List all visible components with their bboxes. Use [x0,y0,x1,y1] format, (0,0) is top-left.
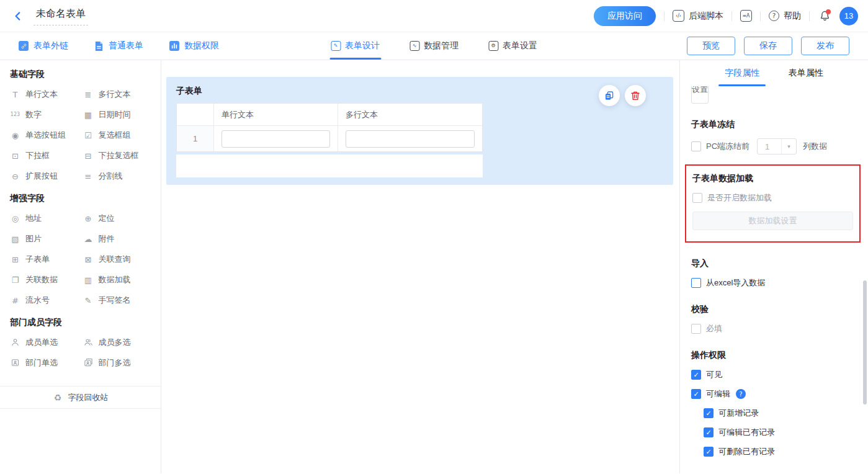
field-address[interactable]: ◎地址 [10,213,83,224]
tab-form-design-label: 表单设计 [345,40,380,51]
radio-group-icon: ◉ [10,132,20,140]
tab-data-management[interactable]: ∿ 数据管理 [409,32,459,60]
multi-line-text-input[interactable] [346,130,475,148]
normal-form-button[interactable]: 普通表单 [94,40,143,51]
import-title: 导入 [691,258,858,269]
enable-data-load-label: 是否开启数据加载 [707,192,772,203]
single-line-text-input[interactable] [221,130,330,148]
field-department-multi[interactable]: 部门多选 [83,357,156,369]
copy-widget-button[interactable] [599,85,620,106]
help-icon: ? [769,11,779,21]
cloud-upload-icon: ☁ [83,235,94,243]
subform-column-header[interactable]: 多行文本 [338,104,482,126]
can-delete-record-checkbox[interactable] [704,447,714,457]
field-recycle-bin-button[interactable]: ♻ 字段回收站 [0,386,161,409]
can-edit-record-checkbox[interactable] [704,427,714,437]
data-permission-button[interactable]: 数据权限 [169,40,219,51]
app-access-button[interactable]: 应用访问 [594,6,656,26]
required-checkbox[interactable] [691,324,701,334]
member-multi-icon [83,338,94,348]
field-palette-sidebar: 基础字段 T单行文本 ≣多行文本 123数字 ▦日期时间 ◉单选按钮组 ☑复选框… [0,60,161,473]
field-multi-select[interactable]: ⊟下拉复选框 [83,150,156,161]
freeze-columns-select[interactable]: 1 ▾ [757,138,797,154]
field-single-line-text[interactable]: T单行文本 [10,89,83,100]
permission-title: 操作权限 [691,350,858,361]
form-external-link-button[interactable]: 表单外链 [19,40,68,51]
code-icon: ‹/› [673,10,684,22]
notification-bell-icon[interactable] [818,9,831,23]
department-single-icon [10,358,20,369]
avatar[interactable]: 13 [839,7,858,25]
pc-freeze-label: PC端冻结前 [706,141,749,152]
field-divider[interactable]: ≡分割线 [83,171,156,182]
extend-button-icon: ⊖ [10,172,20,181]
field-related-data[interactable]: ❐关联数据 [10,274,83,285]
tab-form-settings-label: 表单设置 [503,40,537,51]
recycle-icon: ♻ [53,393,63,402]
divider [760,11,761,21]
field-department-single[interactable]: 部门单选 [10,357,83,369]
field-datetime[interactable]: ▦日期时间 [83,109,156,120]
tab-field-properties[interactable]: 字段属性 [725,60,759,86]
calendar-icon: ▦ [83,111,94,119]
field-radio-group[interactable]: ◉单选按钮组 [10,130,83,141]
field-extend-button[interactable]: ⊖扩展按钮 [10,171,83,182]
enable-data-load-checkbox[interactable] [692,193,702,203]
backend-script-button[interactable]: ‹/› 后端脚本 [673,10,723,22]
form-title[interactable]: 未命名表单 [34,6,88,25]
recycle-bin-label: 字段回收站 [68,392,109,403]
copy-icon [604,90,615,101]
form-toolbar: 表单外链 普通表单 数据权限 ✎ 表单设计 ∿ 数据管理 ⚙ 表单设置 [0,32,868,60]
field-number[interactable]: 123数字 [10,109,83,120]
field-serial-number[interactable]: #流水号 [10,295,83,306]
field-location[interactable]: ⊕定位 [83,213,156,224]
serial-number-icon: # [10,297,20,305]
editable-help-icon[interactable]: ? [736,389,746,399]
related-query-icon: ⊠ [83,256,94,264]
can-add-record-checkbox[interactable] [704,408,714,418]
divider [809,11,810,21]
publish-button[interactable]: 发布 [801,37,849,55]
field-signature[interactable]: ✎手写签名 [83,295,156,306]
required-label: 必填 [706,323,722,334]
delete-widget-button[interactable] [625,85,646,106]
field-related-query[interactable]: ⊠关联查询 [83,254,156,265]
form-design-canvas[interactable]: 子表单 单行文本 多行文本 1 [161,60,679,473]
document-icon [94,41,104,51]
save-button[interactable]: 保存 [744,37,792,55]
visible-checkbox[interactable] [691,370,701,380]
translate-icon[interactable]: ≡A [740,10,752,22]
data-load-settings-button[interactable]: 数据加载设置 [692,212,853,230]
preview-button[interactable]: 预览 [687,37,735,55]
subform-index-header [177,104,214,126]
subform-cell [214,126,338,151]
field-checkbox-group[interactable]: ☑复选框组 [83,130,156,141]
subform-row-index: 1 [177,126,214,151]
form-design-icon: ✎ [331,41,341,51]
subform-freeze-title: 子表单冻结 [691,119,858,130]
tab-form-settings[interactable]: ⚙ 表单设置 [488,32,537,60]
tab-form-design[interactable]: ✎ 表单设计 [331,32,380,60]
field-attachment[interactable]: ☁附件 [83,233,156,244]
tab-form-properties[interactable]: 表单属性 [789,60,823,86]
field-data-load[interactable]: ▥数据加载 [83,274,156,285]
backend-script-label: 后端脚本 [689,11,723,22]
pc-freeze-checkbox[interactable] [691,141,701,151]
field-member-single[interactable]: 成员单选 [10,337,83,348]
panel-scrollbar[interactable] [863,280,867,405]
back-icon[interactable] [11,9,25,23]
settings-button-clipped[interactable]: 设置 [691,86,709,104]
subform-column-header[interactable]: 单行文本 [214,104,338,126]
field-member-multi[interactable]: 成员多选 [83,337,156,348]
excel-import-checkbox[interactable] [691,278,701,288]
subform-icon: ⊞ [10,256,20,264]
field-select[interactable]: ⊡下拉框 [10,150,83,161]
form-settings-icon: ⚙ [488,41,498,51]
help-button[interactable]: ? 帮助 [769,11,801,22]
top-bar: 未命名表单 应用访问 ‹/› 后端脚本 ≡A ? 帮助 13 [0,0,868,32]
field-subform[interactable]: ⊞子表单 [10,254,83,265]
editable-checkbox[interactable] [691,389,701,399]
field-image[interactable]: ▧图片 [10,233,83,244]
field-multi-line-text[interactable]: ≣多行文本 [83,89,156,100]
subform-widget-selected[interactable]: 子表单 单行文本 多行文本 1 [166,77,673,185]
